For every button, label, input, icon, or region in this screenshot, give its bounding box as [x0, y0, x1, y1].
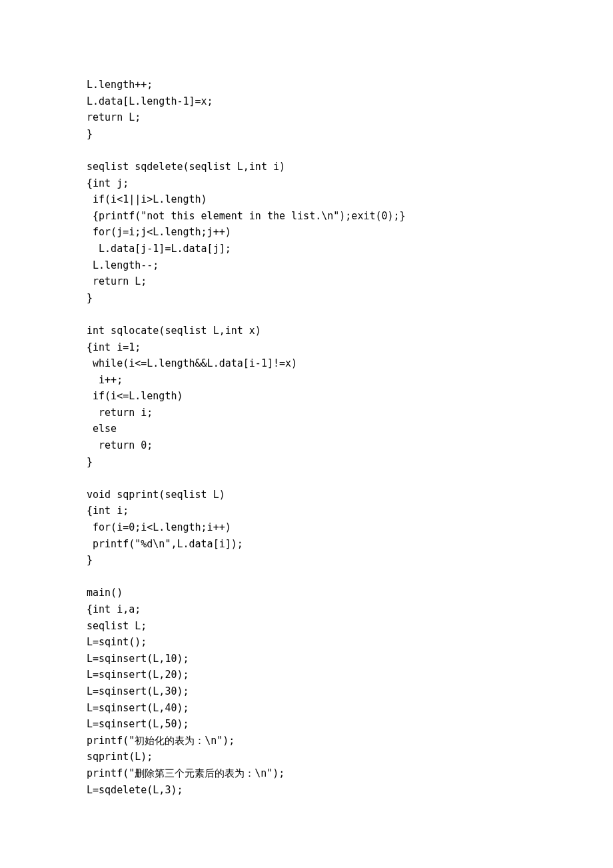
- code-block: L.length++; L.data[L.length-1]=x; return…: [87, 77, 613, 798]
